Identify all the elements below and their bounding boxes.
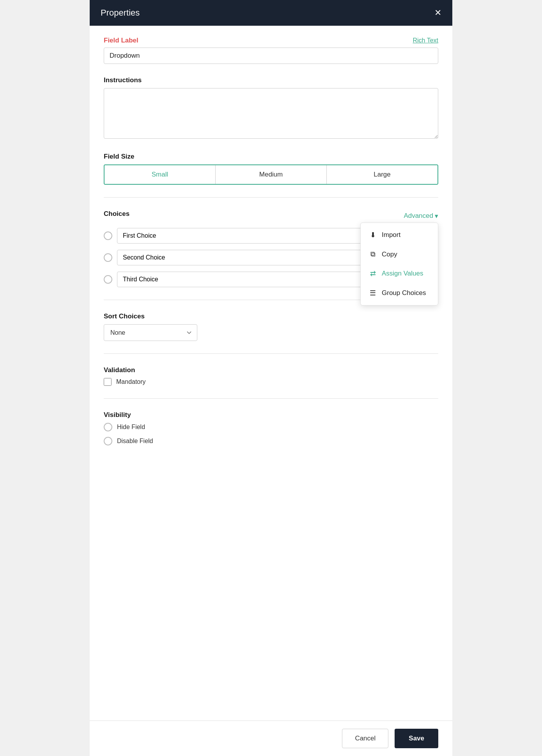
choices-label: Choices	[104, 210, 129, 218]
divider-4	[104, 398, 438, 399]
menu-assign-values-label: Assign Values	[382, 270, 423, 277]
divider-3	[104, 353, 438, 354]
properties-modal: Properties ✕ Field Label Rich Text Instr…	[90, 0, 452, 756]
sort-choices-select[interactable]: None Ascending Descending	[104, 324, 197, 341]
assign-values-icon: ⇄	[368, 269, 377, 278]
advanced-dropdown-menu: ⬇ Import ⧉ Copy ⇄ Assign Values ☰ Group …	[360, 223, 438, 306]
visibility-disable-label: Disable Field	[117, 438, 153, 445]
visibility-section: Visibility Hide Field Disable Field	[104, 411, 438, 445]
size-large-button[interactable]: Large	[327, 165, 437, 184]
divider-1	[104, 197, 438, 198]
visibility-disable-radio[interactable]	[104, 437, 112, 445]
choice-radio-2[interactable]	[104, 253, 112, 262]
menu-import-label: Import	[382, 231, 400, 239]
close-icon[interactable]: ✕	[434, 9, 441, 17]
menu-item-assign-values[interactable]: ⇄ Assign Values	[361, 264, 438, 283]
size-small-button[interactable]: Small	[105, 165, 216, 184]
field-label-text: Field Label	[104, 37, 138, 44]
sort-choices-section: Sort Choices None Ascending Descending	[104, 313, 438, 341]
menu-group-choices-label: Group Choices	[382, 289, 426, 297]
copy-icon: ⧉	[368, 250, 377, 258]
instructions-section: Instructions	[104, 76, 438, 140]
field-size-section: Field Size Small Medium Large	[104, 153, 438, 185]
menu-item-import[interactable]: ⬇ Import	[361, 225, 438, 245]
menu-item-copy[interactable]: ⧉ Copy	[361, 245, 438, 264]
field-label-section: Field Label Rich Text	[104, 37, 438, 64]
modal-title: Properties	[101, 8, 140, 18]
field-label-input[interactable]	[104, 48, 438, 64]
choice-radio-3[interactable]	[104, 275, 112, 284]
modal-body: Field Label Rich Text Instructions Field…	[90, 26, 452, 721]
sort-choices-label: Sort Choices	[104, 313, 438, 320]
instructions-textarea[interactable]	[104, 88, 438, 139]
rich-text-link[interactable]: Rich Text	[413, 37, 438, 44]
visibility-hide-radio[interactable]	[104, 423, 112, 431]
size-medium-button[interactable]: Medium	[216, 165, 327, 184]
menu-copy-label: Copy	[382, 251, 397, 258]
visibility-label: Visibility	[104, 411, 438, 419]
save-button[interactable]: Save	[395, 729, 438, 748]
validation-label: Validation	[104, 366, 438, 374]
visibility-disable-row: Disable Field	[104, 437, 438, 445]
advanced-label: Advanced	[404, 212, 433, 220]
field-size-group: Small Medium Large	[104, 164, 438, 185]
modal-header: Properties ✕	[90, 0, 452, 26]
cancel-button[interactable]: Cancel	[342, 729, 388, 748]
mandatory-checkbox[interactable]	[104, 378, 112, 386]
choice-radio-1[interactable]	[104, 231, 112, 240]
mandatory-row: Mandatory	[104, 378, 438, 386]
group-choices-icon: ☰	[368, 289, 377, 297]
import-icon: ⬇	[368, 231, 377, 239]
choices-header: Choices Advanced ▾ ⬇ Import ⧉ Copy	[104, 210, 438, 222]
mandatory-label: Mandatory	[116, 378, 146, 385]
visibility-hide-row: Hide Field	[104, 423, 438, 431]
validation-section: Validation Mandatory	[104, 366, 438, 386]
field-label-row: Field Label Rich Text	[104, 37, 438, 44]
modal-footer: Cancel Save	[90, 721, 452, 756]
instructions-label: Instructions	[104, 76, 438, 84]
field-size-label: Field Size	[104, 153, 438, 161]
advanced-button[interactable]: Advanced ▾	[404, 212, 438, 220]
chevron-down-icon: ▾	[435, 212, 438, 220]
visibility-hide-label: Hide Field	[117, 424, 145, 431]
choices-section: Choices Advanced ▾ ⬇ Import ⧉ Copy	[104, 210, 438, 287]
menu-item-group-choices[interactable]: ☰ Group Choices	[361, 283, 438, 303]
